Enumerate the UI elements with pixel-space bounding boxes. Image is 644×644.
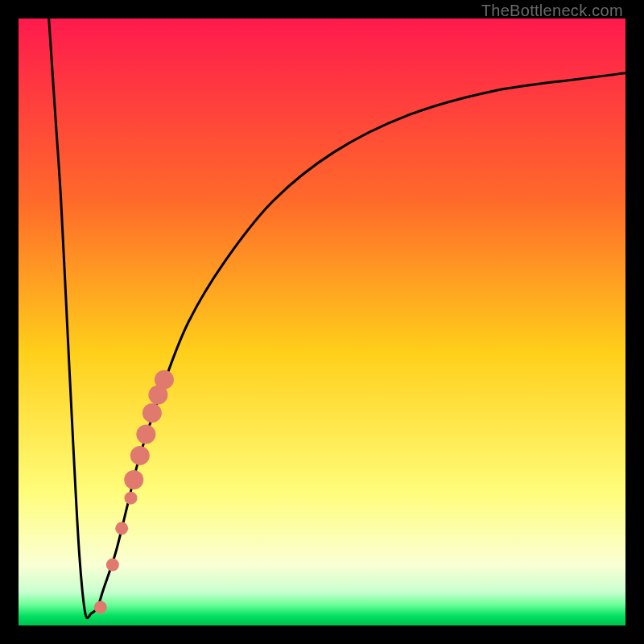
bottleneck-chart [19, 19, 625, 625]
outer-frame: TheBottleneck.com [0, 0, 644, 644]
data-marker [130, 446, 150, 465]
gradient-background [19, 19, 625, 625]
data-marker [136, 424, 155, 444]
data-marker [142, 403, 162, 423]
attribution-text: TheBottleneck.com [481, 2, 623, 20]
data-marker [106, 559, 119, 572]
data-marker [124, 492, 137, 505]
data-marker [94, 601, 107, 613]
data-marker [155, 370, 174, 390]
data-marker [115, 522, 128, 535]
data-marker [124, 470, 143, 489]
